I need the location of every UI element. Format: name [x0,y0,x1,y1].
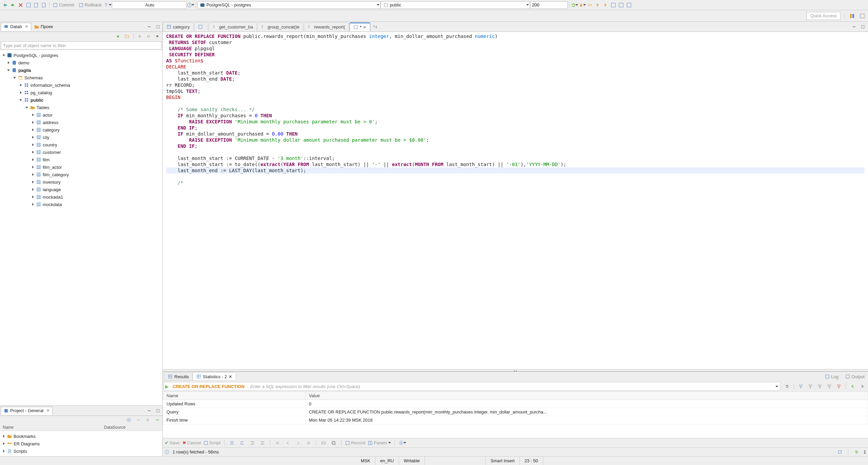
editor-tab[interactable]: *✕ [350,22,370,31]
code-line[interactable]: /* Some sanity checks... */ [166,106,865,113]
tree-row[interactable]: customer [0,148,162,156]
tree-row[interactable]: pagila [0,66,162,74]
commit-mode-dropdown[interactable]: Auto [112,1,186,9]
code-line[interactable]: last_month_start := CURRENT_DATE - '3 mo… [166,155,865,161]
proj-link-icon[interactable] [154,416,161,424]
code-line[interactable]: BEGIN [166,94,865,100]
filter5-icon[interactable] [835,383,843,390]
table-row[interactable]: Updated Rows0 [163,400,868,408]
tree-row[interactable]: language [0,186,162,193]
next-icon[interactable] [294,439,302,447]
link-editor-icon[interactable] [145,33,152,40]
connection-dropdown[interactable]: PostgreSQL - postgres [197,1,380,9]
editor-tab[interactable]: fget_customer_ba [209,22,257,31]
plug-green-icon[interactable] [9,1,17,9]
sql-new-icon[interactable] [33,1,40,9]
record-button[interactable]: Record [345,440,365,445]
code-line[interactable]: last_month_end DATE; [166,76,865,82]
nav-fwd-icon[interactable] [859,383,866,390]
perspective-icon[interactable] [848,12,856,20]
dup-row-icon[interactable] [330,439,337,447]
align3-icon[interactable] [249,439,256,447]
maximize-icon[interactable] [154,23,162,31]
code-line[interactable]: DECLARE [166,64,865,70]
code-line[interactable]: IF min_dollar_amount_purchased = 0.00 TH… [166,131,865,137]
editor-maximize-icon[interactable] [859,23,867,31]
cancel-button[interactable]: ✖Cancel [182,440,201,445]
code-line[interactable]: END IF; [166,125,865,131]
align1-icon[interactable] [228,439,236,447]
tab-project-general[interactable]: Project - General✕ [1,407,53,415]
schema-dropdown[interactable]: public [381,1,530,9]
editor-tab[interactable]: frewards_report( [304,22,349,31]
tree-filter-input[interactable]: Type part of object name to filter [1,41,162,49]
editor-tab[interactable] [194,22,208,31]
code-line[interactable]: rr RECORD; [166,82,865,88]
database-tree[interactable]: PostgreSQL - postgresdemopagilaSchemasin… [0,50,162,405]
nav-back-icon[interactable] [849,383,856,390]
code-line[interactable]: RAISE EXCEPTION 'Minimum monthly purchas… [166,119,865,125]
plug-red-icon[interactable] [17,1,24,9]
tree-row[interactable]: actor [0,111,162,119]
col-name[interactable]: Name [0,424,101,431]
tree-row[interactable]: mockada1 [0,193,162,201]
minimize-icon[interactable] [145,23,153,31]
commit-button[interactable]: Commit [51,1,76,9]
proj-maximize-icon[interactable] [154,407,162,415]
tree-row[interactable]: Tables [0,104,162,111]
code-line[interactable]: LANGUAGE plpgsql [166,45,865,52]
table-row[interactable]: Finish timeMon Mar 05 14:22:39 MSK 2018 [163,416,868,424]
tab-projects[interactable]: Проек [31,23,56,31]
gear-icon[interactable] [125,416,133,424]
editor-tabs-more[interactable]: »4 [371,24,379,29]
align2-icon[interactable] [238,439,246,447]
bolt-icon[interactable] [594,1,601,9]
save-button[interactable]: ✔Save [165,440,180,445]
code-line[interactable] [166,100,865,106]
proj-expand-icon[interactable] [144,416,152,424]
tree-row[interactable]: country [0,141,162,148]
tab-database-navigator[interactable]: Datab✕ [1,23,31,31]
tree-row[interactable]: Scripts [0,447,162,455]
panel1-icon[interactable] [610,1,617,9]
code-line[interactable]: SECURITY DEFINER [166,52,865,58]
stop-icon[interactable] [578,1,586,9]
editor-sash[interactable]: ▴ ▴ [163,369,868,371]
editor-tab[interactable]: category [163,22,194,31]
filter2-icon[interactable] [807,383,814,390]
log-button[interactable]: Log [823,373,841,380]
history-icon[interactable] [187,1,194,9]
tree-row[interactable]: film_category [0,171,162,178]
proj-collapse-icon[interactable] [135,416,142,424]
tx-mode-icon[interactable]: T [104,1,112,9]
collapse-icon[interactable] [136,33,143,40]
code-line[interactable]: last_month_start DATE; [166,70,865,76]
tab-statistics[interactable]: Statistics - 2✕ [193,372,236,381]
panel2-icon[interactable] [617,1,625,9]
tree-row[interactable]: film [0,156,162,163]
tree-row[interactable]: Schemas [0,74,162,81]
code-line[interactable]: AS $function$ [166,58,865,64]
connect-icon[interactable] [1,1,9,9]
script-button[interactable]: Script [203,440,220,445]
col-datasource[interactable]: DataSource [101,424,162,431]
export-icon[interactable] [836,448,844,456]
perspective2-icon[interactable] [859,12,866,20]
refresh-icon[interactable] [571,1,578,9]
col-value[interactable]: Value [305,392,868,400]
dbnav-menu-icon[interactable] [154,33,161,40]
code-line[interactable]: last_month_end := LAST_DAY(last_month_st… [166,167,865,174]
code-line[interactable] [166,149,865,155]
tree-row[interactable]: public [0,96,162,104]
rollback-button[interactable]: Rollback [77,1,104,9]
code-line[interactable]: RETURNS SETOF customer [166,39,865,45]
tree-row[interactable]: film_actor [0,163,162,171]
sql-editor[interactable]: CREATE OR REPLACE FUNCTION public.reward… [163,32,868,369]
tree-row[interactable]: Bookmarks [0,432,162,440]
editor-minimize-icon[interactable] [850,23,858,31]
code-line[interactable]: RAISE EXCEPTION 'Minimum monthly dollar … [166,137,865,143]
row-limit-input[interactable] [530,1,568,9]
tree-row[interactable]: pg_catalog [0,89,162,96]
add-row-icon[interactable] [320,439,327,447]
project-tree[interactable]: BookmarksER DiagramsScripts [0,431,162,456]
